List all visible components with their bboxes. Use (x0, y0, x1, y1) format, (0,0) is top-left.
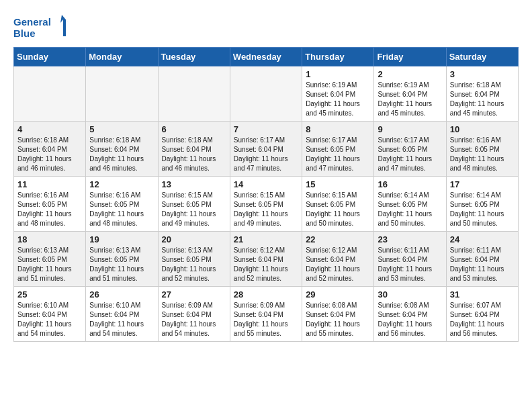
day-info: Sunrise: 6:15 AM Sunset: 6:05 PM Dayligh… (162, 191, 226, 228)
calendar-table: SundayMondayTuesdayWednesdayThursdayFrid… (13, 47, 519, 342)
day-number: 17 (450, 179, 515, 189)
calendar-day-30: 30Sunrise: 6:08 AM Sunset: 6:04 PM Dayli… (374, 287, 446, 342)
day-info: Sunrise: 6:18 AM Sunset: 6:04 PM Dayligh… (17, 136, 82, 173)
weekday-header-wednesday: Wednesday (230, 48, 302, 66)
calendar-week-row: 25Sunrise: 6:10 AM Sunset: 6:04 PM Dayli… (14, 287, 519, 342)
calendar-day-28: 28Sunrise: 6:09 AM Sunset: 6:04 PM Dayli… (230, 287, 302, 342)
calendar-day-9: 9Sunrise: 6:17 AM Sunset: 6:05 PM Daylig… (374, 122, 446, 177)
weekday-header-sunday: Sunday (14, 48, 86, 66)
day-number: 27 (162, 289, 226, 300)
day-info: Sunrise: 6:13 AM Sunset: 6:05 PM Dayligh… (162, 246, 226, 283)
weekday-header-saturday: Saturday (446, 48, 518, 66)
day-info: Sunrise: 6:17 AM Sunset: 6:05 PM Dayligh… (306, 136, 370, 173)
svg-text:General: General (13, 16, 51, 28)
day-number: 31 (450, 289, 515, 300)
day-number: 15 (306, 179, 370, 189)
calendar-day-2: 2Sunrise: 6:19 AM Sunset: 6:04 PM Daylig… (374, 66, 446, 122)
day-number: 8 (306, 124, 370, 134)
calendar-day-12: 12Sunrise: 6:16 AM Sunset: 6:05 PM Dayli… (86, 177, 158, 232)
day-number: 9 (378, 124, 442, 134)
day-number: 1 (306, 69, 370, 79)
page-header: General Blue (13, 13, 519, 40)
day-info: Sunrise: 6:15 AM Sunset: 6:05 PM Dayligh… (306, 191, 370, 228)
day-number: 12 (89, 179, 154, 189)
day-info: Sunrise: 6:13 AM Sunset: 6:05 PM Dayligh… (89, 246, 154, 283)
day-number: 22 (306, 234, 370, 244)
logo: General Blue (13, 13, 74, 40)
day-number: 16 (378, 179, 442, 189)
day-number: 21 (234, 234, 298, 244)
calendar-day-11: 11Sunrise: 6:16 AM Sunset: 6:05 PM Dayli… (14, 177, 86, 232)
weekday-header-row: SundayMondayTuesdayWednesdayThursdayFrid… (14, 48, 519, 66)
day-number: 23 (378, 234, 442, 244)
day-info: Sunrise: 6:18 AM Sunset: 6:04 PM Dayligh… (450, 81, 515, 118)
calendar-week-row: 1Sunrise: 6:19 AM Sunset: 6:04 PM Daylig… (14, 66, 519, 122)
calendar-day-1: 1Sunrise: 6:19 AM Sunset: 6:04 PM Daylig… (302, 66, 374, 122)
day-info: Sunrise: 6:17 AM Sunset: 6:05 PM Dayligh… (378, 136, 442, 173)
calendar-day-7: 7Sunrise: 6:17 AM Sunset: 6:04 PM Daylig… (230, 122, 302, 177)
calendar-day-22: 22Sunrise: 6:12 AM Sunset: 6:04 PM Dayli… (302, 232, 374, 287)
calendar-week-row: 4Sunrise: 6:18 AM Sunset: 6:04 PM Daylig… (14, 122, 519, 177)
calendar-day-15: 15Sunrise: 6:15 AM Sunset: 6:05 PM Dayli… (302, 177, 374, 232)
day-info: Sunrise: 6:09 AM Sunset: 6:04 PM Dayligh… (162, 301, 226, 338)
calendar-empty-cell (158, 66, 230, 122)
day-info: Sunrise: 6:12 AM Sunset: 6:04 PM Dayligh… (234, 246, 298, 283)
day-info: Sunrise: 6:17 AM Sunset: 6:04 PM Dayligh… (234, 136, 298, 173)
day-info: Sunrise: 6:12 AM Sunset: 6:04 PM Dayligh… (306, 246, 370, 283)
day-number: 20 (162, 234, 226, 244)
day-number: 13 (162, 179, 226, 189)
calendar-day-25: 25Sunrise: 6:10 AM Sunset: 6:04 PM Dayli… (14, 287, 86, 342)
day-info: Sunrise: 6:08 AM Sunset: 6:04 PM Dayligh… (306, 301, 370, 338)
day-number: 2 (378, 69, 442, 79)
weekday-header-monday: Monday (86, 48, 158, 66)
day-number: 3 (450, 69, 515, 79)
calendar-day-29: 29Sunrise: 6:08 AM Sunset: 6:04 PM Dayli… (302, 287, 374, 342)
day-info: Sunrise: 6:08 AM Sunset: 6:04 PM Dayligh… (378, 301, 442, 338)
day-info: Sunrise: 6:14 AM Sunset: 6:05 PM Dayligh… (450, 191, 515, 228)
day-number: 5 (89, 124, 154, 134)
day-number: 30 (378, 289, 442, 300)
day-info: Sunrise: 6:19 AM Sunset: 6:04 PM Dayligh… (378, 81, 442, 118)
day-info: Sunrise: 6:07 AM Sunset: 6:04 PM Dayligh… (450, 301, 515, 338)
day-number: 7 (234, 124, 298, 134)
svg-marker-2 (60, 15, 69, 36)
day-number: 28 (234, 289, 298, 300)
calendar-week-row: 11Sunrise: 6:16 AM Sunset: 6:05 PM Dayli… (14, 177, 519, 232)
day-info: Sunrise: 6:11 AM Sunset: 6:04 PM Dayligh… (450, 246, 515, 283)
calendar-day-4: 4Sunrise: 6:18 AM Sunset: 6:04 PM Daylig… (14, 122, 86, 177)
calendar-day-19: 19Sunrise: 6:13 AM Sunset: 6:05 PM Dayli… (86, 232, 158, 287)
calendar-day-16: 16Sunrise: 6:14 AM Sunset: 6:05 PM Dayli… (374, 177, 446, 232)
day-info: Sunrise: 6:16 AM Sunset: 6:05 PM Dayligh… (450, 136, 515, 173)
day-info: Sunrise: 6:09 AM Sunset: 6:04 PM Dayligh… (234, 301, 298, 338)
weekday-header-friday: Friday (374, 48, 446, 66)
day-number: 25 (17, 289, 82, 300)
day-number: 29 (306, 289, 370, 300)
day-info: Sunrise: 6:10 AM Sunset: 6:04 PM Dayligh… (17, 301, 82, 338)
day-info: Sunrise: 6:15 AM Sunset: 6:05 PM Dayligh… (234, 191, 298, 228)
day-info: Sunrise: 6:18 AM Sunset: 6:04 PM Dayligh… (162, 136, 226, 173)
calendar-empty-cell (14, 66, 86, 122)
day-number: 14 (234, 179, 298, 189)
logo-svg: General Blue (13, 13, 74, 40)
calendar-day-17: 17Sunrise: 6:14 AM Sunset: 6:05 PM Dayli… (446, 177, 518, 232)
calendar-day-10: 10Sunrise: 6:16 AM Sunset: 6:05 PM Dayli… (446, 122, 518, 177)
day-info: Sunrise: 6:19 AM Sunset: 6:04 PM Dayligh… (306, 81, 370, 118)
svg-text:Blue: Blue (13, 28, 36, 39)
day-info: Sunrise: 6:16 AM Sunset: 6:05 PM Dayligh… (89, 191, 154, 228)
calendar-day-5: 5Sunrise: 6:18 AM Sunset: 6:04 PM Daylig… (86, 122, 158, 177)
calendar-day-23: 23Sunrise: 6:11 AM Sunset: 6:04 PM Dayli… (374, 232, 446, 287)
calendar-empty-cell (86, 66, 158, 122)
calendar-day-21: 21Sunrise: 6:12 AM Sunset: 6:04 PM Dayli… (230, 232, 302, 287)
weekday-header-thursday: Thursday (302, 48, 374, 66)
calendar-day-13: 13Sunrise: 6:15 AM Sunset: 6:05 PM Dayli… (158, 177, 230, 232)
day-info: Sunrise: 6:16 AM Sunset: 6:05 PM Dayligh… (17, 191, 82, 228)
day-number: 18 (17, 234, 82, 244)
calendar-day-3: 3Sunrise: 6:18 AM Sunset: 6:04 PM Daylig… (446, 66, 518, 122)
calendar-week-row: 18Sunrise: 6:13 AM Sunset: 6:05 PM Dayli… (14, 232, 519, 287)
calendar-day-26: 26Sunrise: 6:10 AM Sunset: 6:04 PM Dayli… (86, 287, 158, 342)
calendar-day-18: 18Sunrise: 6:13 AM Sunset: 6:05 PM Dayli… (14, 232, 86, 287)
day-number: 4 (17, 124, 82, 134)
calendar-day-14: 14Sunrise: 6:15 AM Sunset: 6:05 PM Dayli… (230, 177, 302, 232)
weekday-header-tuesday: Tuesday (158, 48, 230, 66)
calendar-day-20: 20Sunrise: 6:13 AM Sunset: 6:05 PM Dayli… (158, 232, 230, 287)
